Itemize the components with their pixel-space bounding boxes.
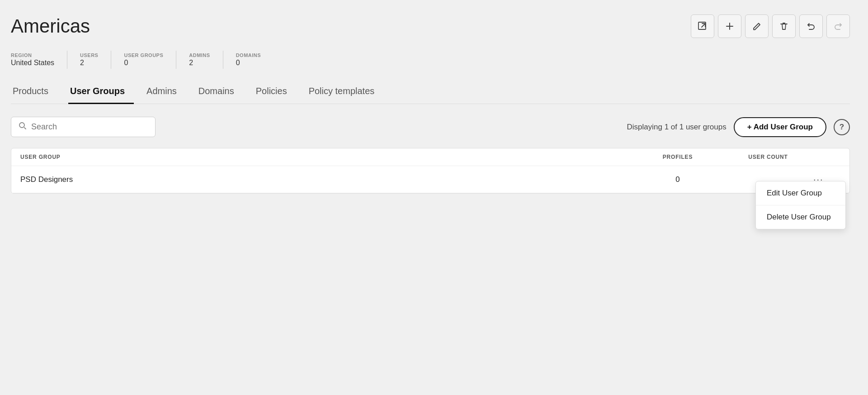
cell-profiles: 0 xyxy=(632,175,723,184)
col-profiles: PROFILES xyxy=(632,154,723,160)
cell-group-name: PSD Designers xyxy=(20,175,632,184)
stat-users-label: USERS xyxy=(80,52,98,58)
tab-admins[interactable]: Admins xyxy=(145,81,186,104)
search-input[interactable] xyxy=(31,122,148,132)
stats-bar: REGION United States USERS 2 USER GROUPS… xyxy=(11,51,850,69)
col-user-count: USER COUNT xyxy=(723,154,813,160)
content: Displaying 1 of 1 user groups + Add User… xyxy=(11,104,850,194)
stat-domains-label: DOMAINS xyxy=(236,52,261,58)
tab-policies[interactable]: Policies xyxy=(254,81,296,104)
search-wrapper xyxy=(11,117,156,137)
table-header: USER GROUP PROFILES USER COUNT xyxy=(11,148,849,166)
stat-user-groups-value: 0 xyxy=(124,59,163,67)
tab-products[interactable]: Products xyxy=(11,81,57,104)
stat-region: REGION United States xyxy=(11,51,67,69)
redo-button[interactable] xyxy=(826,14,850,38)
stat-domains-value: 0 xyxy=(236,59,261,67)
stat-region-value: United States xyxy=(11,59,54,67)
stat-region-label: REGION xyxy=(11,52,54,58)
col-actions xyxy=(813,154,840,160)
stat-admins-label: ADMINS xyxy=(189,52,210,58)
stat-user-groups-label: USER GROUPS xyxy=(124,52,163,58)
tabs: Products User Groups Admins Domains Poli… xyxy=(11,81,850,104)
add-button[interactable] xyxy=(718,14,741,38)
page-title: Americas xyxy=(11,15,90,37)
add-user-group-button[interactable]: + Add User Group xyxy=(734,117,826,137)
page: Americas xyxy=(0,0,868,395)
stat-domains: DOMAINS 0 xyxy=(236,51,274,69)
toolbar xyxy=(691,14,850,38)
pencil-icon xyxy=(752,22,761,31)
help-button[interactable]: ? xyxy=(834,119,850,135)
table-row: PSD Designers 0 ··· xyxy=(11,166,849,193)
redo-icon xyxy=(833,21,843,31)
tab-domains[interactable]: Domains xyxy=(197,81,243,104)
context-menu: Edit User Group Delete User Group xyxy=(755,181,846,229)
tab-user-groups[interactable]: User Groups xyxy=(68,81,134,104)
external-link-button[interactable] xyxy=(691,14,714,38)
displaying-text: Displaying 1 of 1 user groups xyxy=(627,123,726,132)
context-menu-edit[interactable]: Edit User Group xyxy=(756,181,845,205)
tab-policy-templates[interactable]: Policy templates xyxy=(307,81,384,104)
undo-icon xyxy=(806,21,816,31)
context-menu-delete[interactable]: Delete User Group xyxy=(756,205,845,229)
edit-button[interactable] xyxy=(745,14,769,38)
plus-icon xyxy=(725,22,734,31)
stat-admins: ADMINS 2 xyxy=(189,51,223,69)
user-groups-table: USER GROUP PROFILES USER COUNT PSD Desig… xyxy=(11,148,850,194)
external-link-icon xyxy=(698,21,708,31)
stat-admins-value: 2 xyxy=(189,59,210,67)
actions-row: Displaying 1 of 1 user groups + Add User… xyxy=(11,117,850,137)
delete-button[interactable] xyxy=(772,14,796,38)
col-user-group: USER GROUP xyxy=(20,154,632,160)
trash-icon xyxy=(779,22,788,31)
svg-point-1 xyxy=(19,123,24,128)
stat-users: USERS 2 xyxy=(80,51,111,69)
header: Americas xyxy=(11,14,850,38)
stat-users-value: 2 xyxy=(80,59,98,67)
search-icon xyxy=(19,122,27,132)
undo-button[interactable] xyxy=(799,14,823,38)
stat-user-groups: USER GROUPS 0 xyxy=(124,51,176,69)
actions-right: Displaying 1 of 1 user groups + Add User… xyxy=(627,117,850,137)
